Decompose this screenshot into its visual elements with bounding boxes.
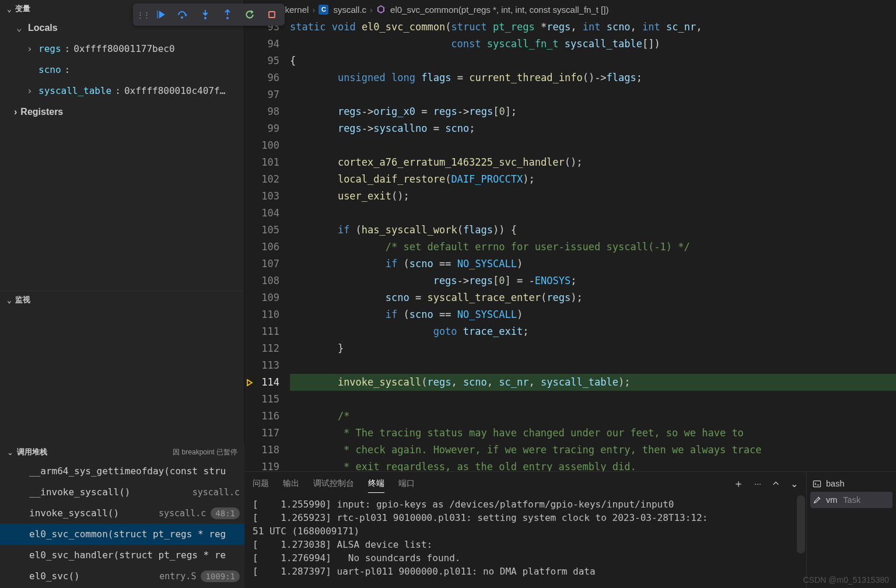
chevron-down-icon: ⌄ xyxy=(7,296,12,304)
chevron-right-icon: › xyxy=(370,5,373,15)
prompt-icon xyxy=(813,480,821,488)
breadcrumb[interactable]: arm64 › kernel › C syscall.c › el0_svc_c… xyxy=(244,0,896,19)
chevron-right-icon: › xyxy=(14,102,17,123)
chevron-right-icon: › xyxy=(27,80,35,102)
step-out-button[interactable] xyxy=(218,6,237,23)
terminal-tabstrip: 问题 输出 调试控制台 终端 端口 ＋ ··· ⌄ xyxy=(244,472,806,495)
tab-debugconsole[interactable]: 调试控制台 xyxy=(313,475,354,492)
terminal-session[interactable]: bash xyxy=(810,475,892,492)
callstack-frame[interactable]: el0_svc_common(struct pt_regs * reg xyxy=(0,524,244,545)
restart-button[interactable] xyxy=(240,6,259,23)
chevron-down-icon: ⌄ xyxy=(16,18,24,38)
callstack-header[interactable]: ⌄ 调用堆栈 因 breakpoint 已暂停 xyxy=(0,443,244,461)
new-terminal-button[interactable]: ＋ xyxy=(733,477,744,491)
svg-point-2 xyxy=(226,17,229,19)
maximize-panel-button[interactable] xyxy=(772,480,780,488)
breadcrumb-file[interactable]: syscall.c xyxy=(333,5,366,15)
breadcrumb-symbol[interactable]: el0_svc_common(pt_regs *, int, int, cons… xyxy=(390,5,608,15)
code-area[interactable]: 9394959697989910010110210310410510610710… xyxy=(244,19,896,471)
line-number-gutter: 9394959697989910010110210310410510610710… xyxy=(244,19,290,471)
variable-row[interactable]: ›syscall_table: 0xffff800010c407f… xyxy=(4,80,244,102)
watch-header[interactable]: ⌄ 监视 xyxy=(0,291,244,309)
chevron-right-icon: › xyxy=(312,5,315,15)
terminal-session-list: bashvmTask xyxy=(806,471,896,588)
variables-list: ⌄ Locals ›regs: 0xffff80001177bec0scno: … xyxy=(4,18,244,123)
svg-point-0 xyxy=(181,16,183,19)
drag-grip-icon[interactable]: ⋮⋮ xyxy=(136,10,148,19)
stop-button[interactable] xyxy=(262,6,281,23)
c-file-icon: C xyxy=(318,5,328,15)
variable-row[interactable]: scno: xyxy=(4,60,244,80)
code-content[interactable]: static void el0_svc_common(struct pt_reg… xyxy=(290,19,896,471)
callstack-frame[interactable]: __invoke_syscall()syscall.c xyxy=(0,482,244,503)
tab-output[interactable]: 输出 xyxy=(283,475,299,492)
continue-button[interactable] xyxy=(152,6,170,23)
wrench-icon xyxy=(813,496,821,505)
watermark: CSDN @m0_51315380 xyxy=(803,575,889,584)
chevron-down-icon: ⌄ xyxy=(7,448,13,457)
more-actions-button[interactable]: ··· xyxy=(754,479,761,488)
svg-rect-3 xyxy=(269,12,275,18)
registers-title: Registers xyxy=(20,102,63,123)
tab-terminal[interactable]: 终端 xyxy=(368,475,384,493)
pause-reason: 因 breakpoint 已暂停 xyxy=(173,447,237,457)
breadcrumb-part[interactable]: kernel xyxy=(285,5,309,15)
variables-title: 变量 xyxy=(15,4,30,14)
svg-rect-4 xyxy=(813,481,820,487)
close-panel-button[interactable]: ⌄ xyxy=(790,478,798,489)
variables-panel: ⌄ 变量 ⌄ Locals ›regs: 0xffff80001177bec0s… xyxy=(0,0,244,290)
callstack-frame[interactable]: invoke_syscall()syscall.c48:1 xyxy=(0,503,244,524)
debug-sidebar: ⌄ 变量 ⌄ Locals ›regs: 0xffff80001177bec0s… xyxy=(0,0,244,471)
symbol-method-icon xyxy=(376,5,386,14)
chevron-down-icon: ⌄ xyxy=(7,5,12,13)
registers-header[interactable]: › Registers xyxy=(4,102,244,123)
locals-title: Locals xyxy=(28,18,58,38)
callstack-list: __arm64_sys_gettimeofday(const stru__inv… xyxy=(0,461,244,587)
callstack-frame[interactable]: el0_svc_handler(struct pt_regs * re xyxy=(0,545,244,566)
step-into-button[interactable] xyxy=(196,6,215,23)
tab-problems[interactable]: 问题 xyxy=(253,475,269,492)
chevron-right-icon: › xyxy=(27,38,35,60)
terminal-session[interactable]: vmTask xyxy=(810,492,892,508)
callstack-frame[interactable]: el0_svc()entry.S1009:1 xyxy=(0,566,244,587)
svg-point-1 xyxy=(204,17,206,19)
current-frame-icon xyxy=(244,374,256,391)
tab-ports[interactable]: 端口 xyxy=(398,475,415,492)
step-over-button[interactable] xyxy=(174,6,192,23)
callstack-frame[interactable]: __arm64_sys_gettimeofday(const stru xyxy=(0,461,244,482)
debug-toolbar: ⋮⋮ xyxy=(133,4,285,26)
terminal-panel: 问题 输出 调试控制台 终端 端口 ＋ ··· ⌄ [ 1.255990] in… xyxy=(244,471,806,588)
callstack-title: 调用堆栈 xyxy=(17,447,47,457)
watch-panel: ⌄ 监视 xyxy=(0,290,244,453)
editor-area: arm64 › kernel › C syscall.c › el0_svc_c… xyxy=(244,0,896,471)
terminal-scrollbar[interactable] xyxy=(797,495,805,554)
terminal-output[interactable]: [ 1.255990] input: gpio-keys as /devices… xyxy=(244,495,806,588)
watch-title: 监视 xyxy=(15,295,30,305)
callstack-panel: ⌄ 调用堆栈 因 breakpoint 已暂停 __arm64_sys_gett… xyxy=(0,443,244,587)
variable-row[interactable]: ›regs: 0xffff80001177bec0 xyxy=(4,38,244,60)
